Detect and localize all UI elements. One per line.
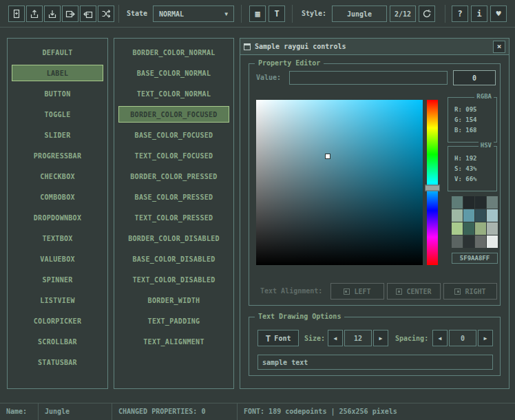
palette-swatch[interactable]: [475, 196, 486, 209]
style-import-icon: [83, 9, 93, 19]
palette-swatch[interactable]: [475, 235, 486, 248]
align-right-label: RIGHT: [465, 288, 485, 295]
file-new-button[interactable]: [8, 6, 25, 22]
palette-swatch[interactable]: [452, 196, 463, 209]
spacing-value-text: 0: [461, 335, 465, 342]
rgba-group: RGBA R: 095 G: 154 B: 168: [448, 97, 497, 143]
file-open-button[interactable]: [26, 6, 43, 22]
property-item-border-color-focused[interactable]: BORDER_COLOR_FOCUSED: [118, 106, 229, 123]
palette-swatch[interactable]: [487, 196, 498, 209]
palette-swatch[interactable]: [475, 222, 486, 235]
palette-swatch[interactable]: [452, 235, 463, 248]
control-item-checkbox[interactable]: CHECKBOX: [12, 168, 103, 185]
property-item-border-color-pressed[interactable]: BORDER_COLOR_PRESSED: [118, 168, 229, 185]
size-increase-button[interactable]: ▶: [373, 330, 388, 346]
palette-swatch[interactable]: [452, 209, 463, 222]
palette-swatch[interactable]: [487, 209, 498, 222]
palette-swatch[interactable]: [463, 222, 474, 235]
size-value[interactable]: 12: [344, 330, 372, 346]
property-item-border-width[interactable]: BORDER_WIDTH: [118, 292, 229, 308]
property-item-base-color-disabled[interactable]: BASE_COLOR_DISABLED: [118, 251, 229, 267]
control-item-default[interactable]: DEFAULT: [12, 44, 103, 61]
hue-slider[interactable]: [427, 100, 438, 265]
state-dropdown[interactable]: NORMAL ▼: [153, 6, 234, 22]
control-item-slider[interactable]: SLIDER: [12, 127, 103, 143]
file-new-icon: [12, 9, 21, 19]
property-item-text-color-focused[interactable]: TEXT_COLOR_FOCUSED: [118, 147, 229, 164]
control-item-listview[interactable]: LISTVIEW: [12, 292, 103, 308]
control-item-textbox[interactable]: TEXTBOX: [12, 230, 103, 246]
align-center-icon: [396, 288, 402, 295]
align-left-button[interactable]: LEFT: [330, 283, 384, 300]
property-item-border-color-disabled[interactable]: BORDER_COLOR_DISABLED: [118, 230, 229, 246]
control-item-button[interactable]: BUTTON: [12, 85, 103, 102]
align-right-icon: [454, 288, 461, 295]
control-item-toggle[interactable]: TOGGLE: [12, 106, 103, 123]
value-int-button[interactable]: 0: [453, 70, 496, 85]
file-export-button[interactable]: [62, 6, 78, 22]
property-item-base-color-normal[interactable]: BASE_COLOR_NORMAL: [118, 65, 229, 81]
control-item-statusbar[interactable]: STATUSBAR: [12, 354, 103, 370]
statusbar-name-label: Name:: [0, 403, 39, 420]
palette-swatch[interactable]: [452, 222, 463, 235]
spacing-increase-button[interactable]: ▶: [478, 330, 493, 346]
random-style-button[interactable]: [98, 6, 114, 22]
control-item-spinner[interactable]: SPINNER: [12, 271, 103, 288]
control-item-colorpicker[interactable]: COLORPICKER: [12, 313, 103, 329]
font-button-label: Font: [274, 335, 291, 342]
control-item-dropdownbox[interactable]: DROPDOWNBOX: [12, 209, 103, 226]
about-button[interactable]: i: [471, 6, 487, 22]
text-mode-button[interactable]: T: [269, 6, 285, 22]
align-center-button[interactable]: CENTER: [387, 283, 441, 300]
hex-color-value[interactable]: 5F9AA8FF: [452, 253, 498, 264]
palette-swatch[interactable]: [463, 209, 474, 222]
color-picker-cursor[interactable]: [325, 154, 330, 159]
palette-swatch[interactable]: [487, 222, 498, 235]
text-drawing-options-title: Text Drawing Options: [255, 313, 344, 320]
align-right-button[interactable]: RIGHT: [443, 283, 497, 300]
palette-swatch[interactable]: [487, 235, 498, 248]
hsv-title: HSV: [479, 142, 494, 149]
style-reload-button[interactable]: [419, 6, 435, 22]
size-decrease-button[interactable]: ◀: [328, 330, 343, 346]
property-item-text-padding[interactable]: TEXT_PADDING: [118, 313, 229, 329]
sponsor-button[interactable]: ♥: [490, 6, 507, 22]
name-value-text: Jungle: [45, 408, 70, 415]
value-input[interactable]: [289, 71, 448, 85]
property-item-text-color-normal[interactable]: TEXT_COLOR_NORMAL: [118, 85, 229, 102]
spacing-decrease-button[interactable]: ◀: [432, 330, 448, 346]
control-item-label[interactable]: LABEL: [12, 65, 103, 81]
property-item-base-color-pressed[interactable]: BASE_COLOR_PRESSED: [118, 189, 229, 205]
file-save-button[interactable]: [44, 6, 61, 22]
control-item-progressbar[interactable]: PROGRESSBAR: [12, 147, 103, 164]
file-open-icon: [30, 9, 39, 19]
property-item-base-color-focused[interactable]: BASE_COLOR_FOCUSED: [118, 127, 229, 143]
font-button[interactable]: T Font: [258, 330, 299, 346]
color-saturation-value-panel[interactable]: [256, 100, 423, 265]
help-button[interactable]: ?: [452, 6, 468, 22]
hue-slider-handle[interactable]: [425, 185, 440, 191]
style-import-button[interactable]: [80, 6, 96, 22]
sample-text-input[interactable]: [258, 355, 493, 370]
style-table-button[interactable]: ▦: [249, 6, 266, 22]
palette-swatch[interactable]: [463, 196, 474, 209]
toolbar-divider: [118, 5, 119, 23]
hsv-group: HSV H: 192 S: 43% V: 66%: [448, 146, 497, 191]
text-drawing-options-group: Text Drawing Options T Font Size: ◀ 12 ▶…: [249, 317, 501, 376]
window-titlebar[interactable]: Sample raygui controls ×: [240, 39, 509, 55]
control-item-combobox[interactable]: COMBOBOX: [12, 189, 103, 205]
close-button[interactable]: ×: [493, 41, 505, 53]
control-item-valuebox[interactable]: VALUEBOX: [12, 251, 103, 267]
property-item-text-color-pressed[interactable]: TEXT_COLOR_PRESSED: [118, 209, 229, 226]
control-item-scrollbar[interactable]: SCROLLBAR: [12, 333, 103, 350]
style-name-value: Jungle: [347, 10, 372, 18]
palette-swatch[interactable]: [463, 235, 474, 248]
spacing-value[interactable]: 0: [449, 330, 476, 346]
property-item-border-color-normal[interactable]: BORDER_COLOR_NORMAL: [118, 44, 229, 61]
style-index-value[interactable]: 2/12: [390, 6, 416, 22]
window-icon: [244, 43, 251, 50]
style-name-button[interactable]: Jungle: [332, 6, 387, 22]
property-item-text-alignment[interactable]: TEXT_ALIGNMENT: [118, 333, 229, 350]
property-item-text-color-disabled[interactable]: TEXT_COLOR_DISABLED: [118, 271, 229, 288]
palette-swatch[interactable]: [475, 209, 486, 222]
